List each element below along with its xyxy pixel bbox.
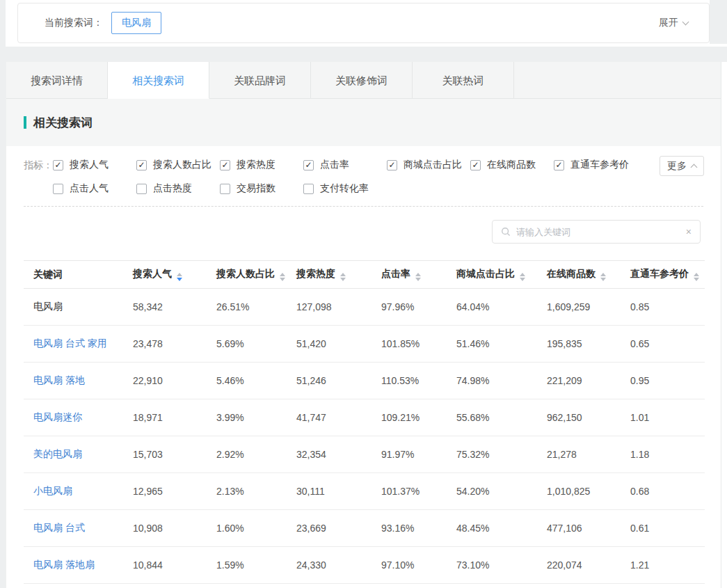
keyword-link[interactable]: 电风扇 落地 xyxy=(24,363,123,399)
metric-cell: 23,478 xyxy=(123,326,207,363)
metric-checkbox-row1-6[interactable]: ✓在线商品数 xyxy=(470,157,554,173)
metric-cell: 51,420 xyxy=(287,326,372,363)
sort-icon[interactable] xyxy=(340,273,346,281)
column-header-2[interactable]: 搜索人气 xyxy=(123,261,207,289)
expand-toggle[interactable]: 展开 xyxy=(659,17,688,29)
metric-checkbox-row2-4[interactable]: 支付转化率 xyxy=(303,181,387,196)
metric-cell: 58,342 xyxy=(123,289,207,326)
metric-label: 搜索人数占比 xyxy=(153,159,211,171)
metric-cell: 1.01 xyxy=(621,399,705,436)
checkbox-checked-icon[interactable]: ✓ xyxy=(303,160,314,170)
sort-icon[interactable] xyxy=(280,273,285,281)
column-label: 关键词 xyxy=(33,269,63,280)
tab-5[interactable]: 关联热词 xyxy=(413,62,514,99)
metric-label: 点击率 xyxy=(320,159,349,171)
search-input[interactable] xyxy=(516,227,680,237)
column-header-5[interactable]: 点击率 xyxy=(372,261,447,289)
tab-4[interactable]: 关联修饰词 xyxy=(311,62,413,99)
metric-cell: 101.37% xyxy=(372,473,447,510)
metric-cell: 55.68% xyxy=(447,399,537,436)
related-keywords-table: 关键词搜索人气搜索人数占比搜索热度点击率商城点击占比在线商品数直通车参考价 电风… xyxy=(24,260,705,584)
metric-cell: 73.10% xyxy=(447,547,537,584)
column-header-8[interactable]: 直通车参考价 xyxy=(621,261,705,289)
sort-icon[interactable] xyxy=(520,273,525,281)
metric-cell: 75.32% xyxy=(447,436,537,473)
chevron-up-icon xyxy=(691,164,698,171)
search-icon xyxy=(501,227,511,237)
search-row: × xyxy=(6,207,721,260)
tab-3[interactable]: 关联品牌词 xyxy=(209,62,311,99)
metric-checkbox-row1-2[interactable]: ✓搜索人数占比 xyxy=(136,157,220,173)
metric-checkbox-row1-5[interactable]: ✓商城点击占比 xyxy=(387,157,470,173)
table-row: 小电风扇12,9652.13%30,111101.37%54.20%1,010,… xyxy=(24,473,705,510)
metric-cell: 1.21 xyxy=(621,547,705,584)
checkbox-checked-icon[interactable]: ✓ xyxy=(53,160,63,170)
metric-label: 点击热度 xyxy=(153,182,192,195)
metric-checkbox-row2-2[interactable]: 点击热度 xyxy=(136,181,220,196)
sort-icon[interactable] xyxy=(600,273,606,281)
metric-cell: 51,246 xyxy=(287,363,372,399)
metric-label: 搜索热度 xyxy=(237,159,275,171)
metric-cell: 1,609,259 xyxy=(537,289,621,326)
metric-cell: 1.18 xyxy=(621,436,705,473)
checkbox-checked-icon[interactable]: ✓ xyxy=(470,160,481,170)
keyword-link[interactable]: 电风扇 台式 xyxy=(24,510,123,547)
metric-checkbox-row1-7[interactable]: ✓直通车参考价 xyxy=(554,157,637,173)
checkbox-unchecked-icon[interactable] xyxy=(303,184,314,194)
column-header-7[interactable]: 在线商品数 xyxy=(537,261,621,289)
checkbox-unchecked-icon[interactable] xyxy=(220,184,230,194)
current-search-section: 当前搜索词： 电风扇 展开 xyxy=(6,3,710,47)
tab-1[interactable]: 搜索词详情 xyxy=(6,62,108,99)
checkbox-checked-icon[interactable]: ✓ xyxy=(220,160,230,170)
sort-icon[interactable] xyxy=(415,273,421,281)
column-header-3[interactable]: 搜索人数占比 xyxy=(207,261,287,289)
metric-cell: 18,971 xyxy=(123,399,207,436)
column-header-4[interactable]: 搜索热度 xyxy=(287,261,372,289)
checkbox-checked-icon[interactable]: ✓ xyxy=(136,160,147,170)
metric-cell: 64.04% xyxy=(447,289,537,326)
checkbox-checked-icon[interactable]: ✓ xyxy=(387,160,397,170)
main-panel: 搜索词详情相关搜索词关联品牌词关联修饰词关联热词 相关搜索词 指标： ✓搜索人气… xyxy=(6,62,721,588)
current-keyword-button[interactable]: 电风扇 xyxy=(111,12,161,34)
metric-cell: 30,111 xyxy=(287,473,372,510)
checkbox-unchecked-icon[interactable] xyxy=(136,184,147,194)
metric-cell: 51.46% xyxy=(447,326,537,363)
metric-cell: 477,106 xyxy=(537,510,621,547)
table-row: 电风扇 台式10,9081.60%23,66993.16%48.45%477,1… xyxy=(24,510,705,547)
checkbox-checked-icon[interactable]: ✓ xyxy=(554,160,564,170)
column-header-6[interactable]: 商城点击占比 xyxy=(447,261,537,289)
metric-cell: 962,150 xyxy=(537,399,621,436)
table-row: 电风扇 落地扇10,8441.59%24,33097.10%73.10%220,… xyxy=(24,547,705,584)
sort-icon[interactable] xyxy=(694,273,699,281)
more-button[interactable]: 更多 xyxy=(660,156,704,176)
tab-bar: 搜索词详情相关搜索词关联品牌词关联修饰词关联热词 xyxy=(6,62,721,99)
metric-checkbox-row1-3[interactable]: ✓搜索热度 xyxy=(220,157,303,173)
clear-icon[interactable]: × xyxy=(686,227,692,237)
keyword-link[interactable]: 电风扇迷你 xyxy=(24,399,123,436)
column-label: 搜索人气 xyxy=(133,268,172,279)
metric-checkbox-row1-4[interactable]: ✓点击率 xyxy=(303,157,387,173)
keyword-link[interactable]: 小电风扇 xyxy=(24,473,123,510)
metric-cell: 109.21% xyxy=(372,399,447,436)
metric-checkbox-row2-1[interactable]: 点击人气 xyxy=(53,181,136,196)
metric-cell: 97.10% xyxy=(372,547,447,584)
checkbox-unchecked-icon[interactable] xyxy=(53,184,63,194)
table-body: 电风扇58,34226.51%127,09897.96%64.04%1,609,… xyxy=(24,289,705,584)
table-row: 美的电风扇15,7032.92%32,35491.97%75.32%21,278… xyxy=(24,436,705,473)
tab-2[interactable]: 相关搜索词 xyxy=(108,62,209,99)
metric-label: 搜索人气 xyxy=(70,159,109,171)
column-label: 搜索人数占比 xyxy=(216,268,275,279)
sort-icon[interactable] xyxy=(177,273,182,281)
table-header-row: 关键词搜索人气搜索人数占比搜索热度点击率商城点击占比在线商品数直通车参考价 xyxy=(24,261,705,289)
keyword-search-box[interactable]: × xyxy=(492,220,701,244)
metric-cell: 0.68 xyxy=(621,473,705,510)
metric-cell: 97.96% xyxy=(372,289,447,326)
column-label: 搜索热度 xyxy=(296,268,335,279)
metric-checkbox-row2-3[interactable]: 交易指数 xyxy=(220,181,303,196)
current-search-label: 当前搜索词： xyxy=(45,17,103,29)
keyword-link[interactable]: 美的电风扇 xyxy=(24,436,123,473)
keyword-link[interactable]: 电风扇 台式 家用 xyxy=(24,326,123,363)
dashed-divider xyxy=(24,206,703,207)
keyword-link[interactable]: 电风扇 落地扇 xyxy=(24,547,123,584)
metric-checkbox-row1-1[interactable]: ✓搜索人气 xyxy=(53,157,136,173)
